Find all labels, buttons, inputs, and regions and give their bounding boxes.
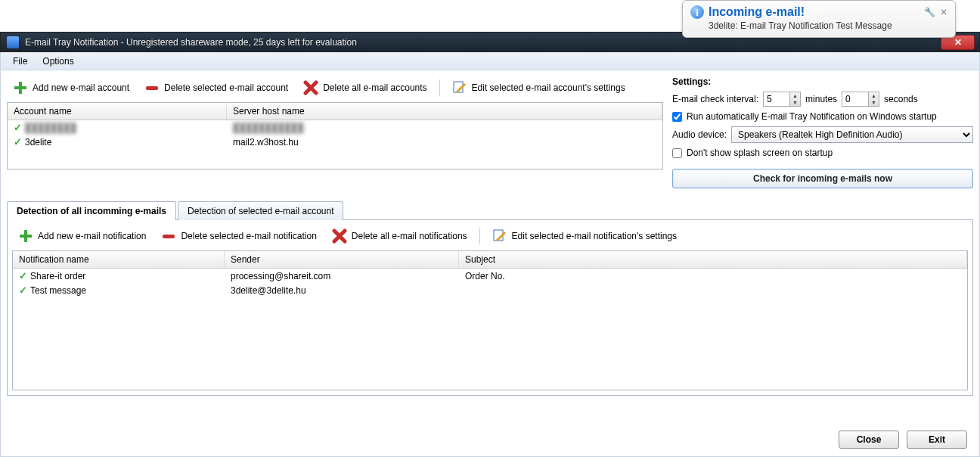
x-icon: [303, 80, 318, 95]
account-host: mail2.w3host.hu: [233, 137, 299, 148]
tab-selected-account[interactable]: Detection of selected e-mail account: [178, 201, 343, 220]
notifications-toolbar: Add new e-mail notification Delete selec…: [12, 225, 968, 247]
delete-selected-account-label: Delete selected e-mail account: [164, 82, 288, 93]
close-icon[interactable]: ✕: [940, 7, 947, 17]
edit-icon: [452, 80, 467, 95]
accounts-toolbar: Add new e-mail account Delete selected e…: [7, 76, 663, 99]
app-icon: [7, 36, 19, 48]
footer: Close Exit: [839, 431, 967, 449]
plus-icon: [18, 228, 33, 244]
check-now-button[interactable]: Check for incoming e-mails now: [672, 169, 973, 188]
add-account-label: Add new e-mail account: [33, 82, 129, 93]
check-icon: ✓: [14, 136, 22, 148]
edit-notification-button[interactable]: Edit selected e-mail notification's sett…: [486, 227, 683, 245]
account-name: 3delite: [25, 137, 51, 148]
info-icon: i: [690, 5, 704, 19]
column-sender[interactable]: Sender: [225, 251, 459, 268]
interval-label: E-mail check interval:: [672, 94, 758, 104]
edit-icon: [492, 228, 507, 244]
window-title: E-mail Tray Notification - Unregistered …: [25, 37, 941, 48]
account-name: ████████: [25, 123, 76, 133]
popup-subtitle: 3delite: E-mail Tray Notification Test M…: [709, 20, 947, 31]
notification-sender: 3delite@3delite.hu: [231, 285, 306, 296]
add-notification-label: Add new e-mail notification: [38, 231, 146, 241]
column-notification-name[interactable]: Notification name: [13, 251, 225, 268]
minutes-input[interactable]: [764, 92, 789, 106]
separator: [479, 228, 480, 244]
column-server-host[interactable]: Server host name: [227, 103, 662, 120]
delete-selected-account-button[interactable]: Delete selected e-mail account: [138, 79, 294, 97]
seconds-label: seconds: [884, 94, 918, 104]
svg-rect-6: [163, 235, 175, 238]
minutes-label: minutes: [805, 94, 837, 104]
splash-label: Don't show splash screen on startup: [687, 148, 833, 158]
notifications-list: Notification name Sender Subject ✓Share-…: [12, 250, 968, 390]
menubar: File Options: [0, 52, 980, 70]
seconds-input[interactable]: [842, 92, 868, 106]
popup-title: Incoming e-mail!: [709, 5, 924, 19]
check-icon: ✓: [19, 270, 27, 281]
x-icon: [332, 228, 347, 244]
minus-icon: [161, 228, 176, 244]
incoming-email-popup: i Incoming e-mail! 🔧 ✕ 3delite: E-mail T…: [682, 0, 956, 38]
exit-button[interactable]: Exit: [907, 431, 967, 449]
delete-selected-notification-button[interactable]: Delete selected e-mail notification: [155, 227, 322, 245]
detection-tabs: Detection of all incomming e-mails Detec…: [7, 201, 973, 396]
splash-checkbox[interactable]: [672, 148, 682, 158]
plus-icon: [13, 80, 28, 95]
menu-file[interactable]: File: [5, 54, 35, 69]
settings-panel: Settings: E-mail check interval: ▲▼ minu…: [672, 76, 973, 188]
add-notification-button[interactable]: Add new e-mail notification: [12, 227, 152, 245]
autostart-checkbox[interactable]: [672, 112, 682, 122]
audio-label: Audio device:: [672, 129, 727, 140]
svg-rect-5: [20, 235, 32, 238]
notification-sender: processing@shareit.com: [231, 271, 330, 281]
autostart-label: Run automatically E-mail Tray Notificati…: [687, 111, 937, 122]
account-host: ███████████: [233, 123, 304, 133]
table-row[interactable]: ✓Test message 3delite@3delite.hu: [13, 283, 967, 297]
table-row[interactable]: ✓████████ ███████████: [8, 120, 662, 135]
delete-selected-notification-label: Delete selected e-mail notification: [181, 231, 316, 241]
close-button[interactable]: Close: [839, 431, 899, 449]
column-subject[interactable]: Subject: [459, 251, 967, 268]
minutes-stepper[interactable]: ▲▼: [763, 92, 801, 107]
check-icon: ✓: [14, 122, 22, 133]
delete-all-notifications-button[interactable]: Delete all e-mail notifications: [326, 227, 473, 245]
seconds-stepper[interactable]: ▲▼: [842, 92, 879, 107]
delete-all-accounts-button[interactable]: Delete all e-mail accounts: [297, 79, 433, 97]
table-row[interactable]: ✓3delite mail2.w3host.hu: [8, 135, 662, 149]
delete-all-accounts-label: Delete all e-mail accounts: [323, 82, 426, 93]
svg-rect-2: [146, 86, 158, 90]
column-account-name[interactable]: Account name: [8, 103, 227, 120]
separator: [439, 79, 440, 96]
edit-notification-label: Edit selected e-mail notification's sett…: [512, 231, 677, 241]
minus-icon: [144, 80, 160, 95]
settings-title: Settings:: [672, 76, 973, 87]
notification-name: Test message: [30, 285, 86, 296]
check-icon: ✓: [19, 284, 27, 296]
svg-rect-1: [14, 86, 26, 89]
wrench-icon[interactable]: 🔧: [924, 7, 935, 17]
tab-all-emails[interactable]: Detection of all incomming e-mails: [7, 201, 176, 220]
menu-options[interactable]: Options: [35, 54, 81, 69]
notification-subject: Order No.: [465, 271, 505, 281]
edit-account-button[interactable]: Edit selected e-mail account's settings: [446, 79, 631, 97]
audio-device-select[interactable]: Speakers (Realtek High Definition Audio): [731, 126, 973, 143]
delete-all-notifications-label: Delete all e-mail notifications: [352, 231, 467, 241]
add-account-button[interactable]: Add new e-mail account: [7, 79, 135, 97]
notification-name: Share-it order: [30, 271, 85, 281]
edit-account-label: Edit selected e-mail account's settings: [472, 82, 625, 93]
table-row[interactable]: ✓Share-it order processing@shareit.com O…: [13, 269, 967, 283]
accounts-list: Account name Server host name ✓████████ …: [7, 102, 663, 169]
